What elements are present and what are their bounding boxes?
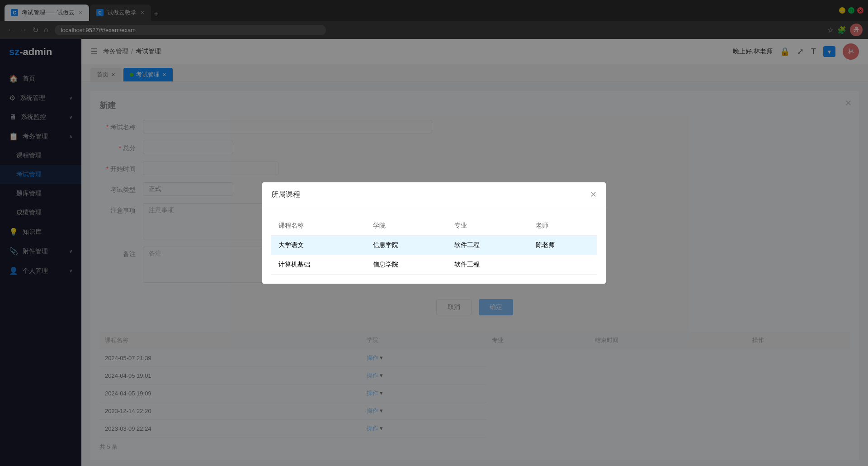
course-college-2: 信息学院 <box>366 255 447 275</box>
modal-col-teacher: 老师 <box>528 216 597 236</box>
modal-table-row-2[interactable]: 计算机基础 信息学院 软件工程 <box>271 255 597 275</box>
course-college-1: 信息学院 <box>366 236 447 255</box>
modal-course-table: 课程名称 学院 专业 老师 大学语文 信息学院 软件工程 陈老师 计算机基础 <box>271 216 597 275</box>
modal-table-header-row: 课程名称 学院 专业 老师 <box>271 216 597 236</box>
course-major-2: 软件工程 <box>447 255 528 275</box>
modal-close-button[interactable]: ✕ <box>590 190 597 200</box>
modal-overlay: 所属课程 ✕ 课程名称 学院 专业 老师 大学语文 信息学院 软件 <box>0 0 868 466</box>
course-major-1: 软件工程 <box>447 236 528 255</box>
modal-col-name: 课程名称 <box>271 216 366 236</box>
modal-body: 课程名称 学院 专业 老师 大学语文 信息学院 软件工程 陈老师 计算机基础 <box>262 207 606 284</box>
modal-col-college: 学院 <box>366 216 447 236</box>
modal-header: 所属课程 ✕ <box>262 182 606 207</box>
course-teacher-2 <box>528 255 597 275</box>
modal-title: 所属课程 <box>271 190 300 200</box>
course-name-2: 计算机基础 <box>271 255 366 275</box>
modal-table-row-1[interactable]: 大学语文 信息学院 软件工程 陈老师 <box>271 236 597 255</box>
modal-col-major: 专业 <box>447 216 528 236</box>
course-name-1: 大学语文 <box>271 236 366 255</box>
course-modal: 所属课程 ✕ 课程名称 学院 专业 老师 大学语文 信息学院 软件 <box>262 182 606 284</box>
course-teacher-1: 陈老师 <box>528 236 597 255</box>
